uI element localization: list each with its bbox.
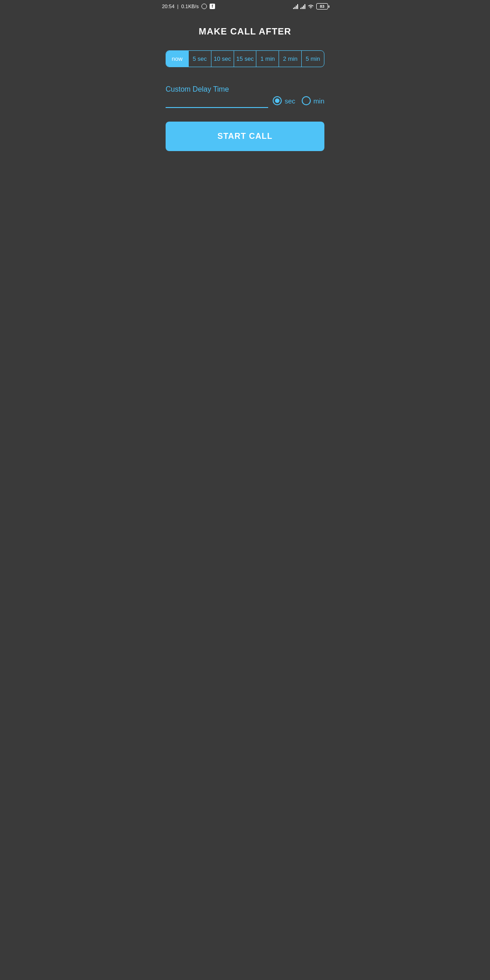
battery-icon: 83 bbox=[316, 3, 328, 10]
custom-delay-input-wrapper: Custom Delay Time bbox=[166, 85, 268, 108]
unit-selector: sec min bbox=[273, 96, 324, 108]
clock-icon bbox=[201, 4, 207, 9]
signal-icon-2 bbox=[300, 4, 305, 9]
time-display: 20:54 bbox=[162, 4, 175, 9]
custom-delay-label: Custom Delay Time bbox=[166, 85, 268, 93]
time-option-2min[interactable]: 2 min bbox=[279, 51, 302, 67]
custom-delay-row: Custom Delay Time sec min bbox=[166, 85, 324, 108]
network-speed: 0.1KB/s bbox=[181, 4, 199, 9]
time-option-1min[interactable]: 1 min bbox=[256, 51, 279, 67]
facebook-icon: f bbox=[210, 4, 215, 9]
status-left: 20:54 | 0.1KB/s f bbox=[162, 4, 215, 9]
sec-label: sec bbox=[284, 97, 295, 105]
main-content: MAKE CALL AFTER now 5 sec 10 sec 15 sec … bbox=[157, 13, 333, 160]
min-radio-option[interactable]: min bbox=[302, 96, 324, 105]
signal-icon-1 bbox=[293, 4, 298, 9]
time-option-15sec[interactable]: 15 sec bbox=[234, 51, 257, 67]
time-options-row: now 5 sec 10 sec 15 sec 1 min 2 min 5 mi… bbox=[166, 50, 324, 67]
min-label: min bbox=[314, 97, 324, 105]
time-option-10sec[interactable]: 10 sec bbox=[211, 51, 234, 67]
page-title: MAKE CALL AFTER bbox=[166, 26, 324, 37]
status-bar: 20:54 | 0.1KB/s f 83 bbox=[157, 0, 333, 13]
start-call-button[interactable]: START CALL bbox=[166, 122, 324, 151]
custom-delay-section: Custom Delay Time sec min bbox=[166, 85, 324, 108]
min-radio-circle bbox=[302, 96, 311, 105]
status-right: 83 bbox=[293, 3, 328, 10]
wifi-icon bbox=[308, 4, 314, 9]
separator: | bbox=[177, 4, 179, 9]
time-option-5sec[interactable]: 5 sec bbox=[189, 51, 211, 67]
custom-delay-input[interactable] bbox=[166, 95, 268, 108]
sec-radio-circle bbox=[273, 96, 282, 105]
time-option-now[interactable]: now bbox=[166, 51, 189, 67]
sec-radio-option[interactable]: sec bbox=[273, 96, 295, 105]
time-option-5min[interactable]: 5 min bbox=[302, 51, 324, 67]
